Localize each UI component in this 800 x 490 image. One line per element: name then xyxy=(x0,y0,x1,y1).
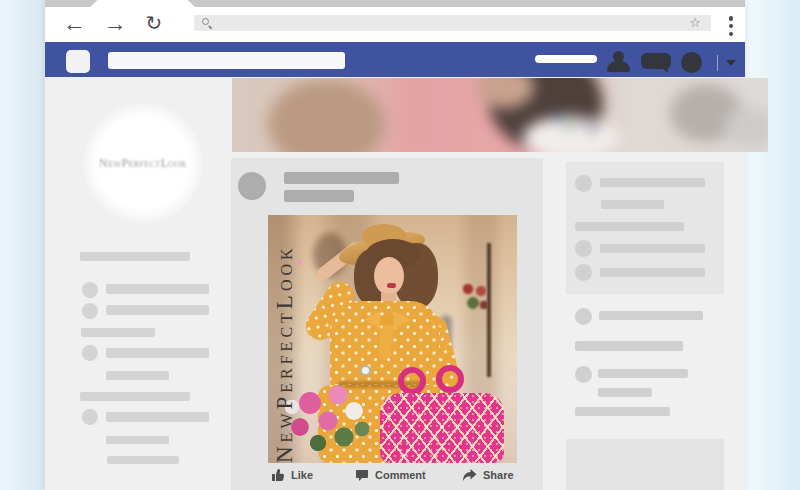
bag-handle xyxy=(398,367,426,395)
refresh-icon[interactable]: ↻ xyxy=(139,7,169,42)
pink-bag-shape xyxy=(380,393,504,463)
comment-button[interactable]: Comment xyxy=(355,466,426,484)
rail-placeholder-dot xyxy=(575,175,592,192)
screenshot-stage: ← → ↻ ☆ xyxy=(0,0,800,490)
chat-tail xyxy=(661,67,668,73)
comment-icon xyxy=(355,468,369,482)
like-icon xyxy=(271,468,285,482)
post-author-placeholder xyxy=(284,172,399,184)
menu-dot xyxy=(729,16,734,21)
profile-logo-circle[interactable]: NewPerfectLook xyxy=(83,103,203,223)
sidebar-placeholder-line xyxy=(80,392,190,401)
comment-label: Comment xyxy=(375,469,426,481)
back-icon[interactable]: ← xyxy=(59,7,89,42)
face-shape xyxy=(374,257,404,295)
rail-placeholder-line xyxy=(600,268,705,277)
browser-tab-strip xyxy=(45,0,745,7)
cover-photo-art xyxy=(232,78,768,152)
rail-placeholder-line xyxy=(600,178,705,187)
photo-brand-text: NewPerfectLook xyxy=(268,215,302,463)
caret-down-icon[interactable] xyxy=(726,60,736,66)
sidebar-placeholder-line xyxy=(106,348,209,358)
bag-handle xyxy=(436,365,464,393)
like-label: Like xyxy=(291,469,313,481)
header-search-input[interactable] xyxy=(108,52,345,69)
sidebar-placeholder-line xyxy=(80,252,190,261)
wrist-watch-shape xyxy=(360,365,371,376)
flower-basket-shape xyxy=(459,281,491,313)
necklace-bead xyxy=(589,124,597,132)
rail-placeholder-line xyxy=(575,222,684,231)
rail-placeholder-dot xyxy=(575,264,592,281)
share-label: Share xyxy=(483,469,514,481)
necklace-bead xyxy=(566,122,574,130)
cover-photo[interactable] xyxy=(232,78,768,152)
sidebar-placeholder-line xyxy=(106,436,169,444)
rail-placeholder-dot xyxy=(575,366,592,383)
rail-placeholder-line xyxy=(598,369,688,378)
sidebar-placeholder-line xyxy=(106,305,209,315)
sidebar-placeholder-line xyxy=(107,456,179,464)
rail-placeholder-line xyxy=(601,200,664,209)
dress-bow xyxy=(394,311,410,329)
like-button[interactable]: Like xyxy=(271,466,313,484)
menu-dot xyxy=(729,24,734,29)
sidebar-placeholder-line xyxy=(106,284,209,294)
sidebar-placeholder-dot xyxy=(82,409,98,425)
active-tab[interactable] xyxy=(90,0,195,7)
rail-placeholder-line xyxy=(599,311,703,320)
post-photo[interactable]: NewPerfectLook ♥ xyxy=(268,215,517,463)
rail-placeholder-dot xyxy=(575,308,592,325)
post-avatar[interactable] xyxy=(238,172,266,200)
heart-accent-icon: ♥ xyxy=(297,257,303,268)
notifications-icon[interactable] xyxy=(681,52,702,73)
facebook-header xyxy=(45,42,745,77)
post-card: NewPerfectLook ♥ Like Comment xyxy=(231,158,543,490)
dress-bow xyxy=(364,311,380,329)
right-rail-card xyxy=(566,162,724,294)
person-icon[interactable] xyxy=(606,51,631,72)
sidebar-placeholder-line xyxy=(81,328,155,337)
address-bar[interactable]: ☆ xyxy=(194,15,711,31)
person-body xyxy=(607,61,630,72)
sidebar-placeholder-dot xyxy=(82,303,98,319)
rail-placeholder-line xyxy=(600,244,705,253)
sidebar-placeholder-line xyxy=(106,371,169,380)
browser-toolbar: ← → ↻ ☆ xyxy=(45,7,745,42)
sidebar-placeholder-line xyxy=(106,412,209,422)
app-logo[interactable] xyxy=(66,50,90,73)
necklace-bead xyxy=(578,116,586,124)
menu-dot xyxy=(729,32,734,37)
lips-shape xyxy=(387,283,396,288)
profile-name-placeholder xyxy=(535,55,597,63)
browser-window: ← → ↻ ☆ xyxy=(45,0,745,490)
rail-placeholder-line xyxy=(575,341,683,351)
sidebar-placeholder-dot xyxy=(82,345,98,361)
profile-logo-text: NewPerfectLook xyxy=(99,156,187,171)
necklace-bead xyxy=(554,114,562,122)
rail-placeholder-line xyxy=(575,407,670,416)
desktop-background-right xyxy=(745,0,800,490)
share-icon xyxy=(462,468,477,482)
post-meta-placeholder xyxy=(284,190,354,202)
share-button[interactable]: Share xyxy=(462,466,514,484)
desktop-background-left xyxy=(0,0,45,490)
right-rail-ad-box xyxy=(566,439,724,490)
header-divider xyxy=(717,55,718,71)
cover-blur-blob xyxy=(724,108,768,148)
bookmark-star-icon[interactable]: ☆ xyxy=(689,15,701,31)
search-lens xyxy=(202,18,209,25)
rail-placeholder-dot xyxy=(575,240,592,257)
forward-icon[interactable]: → xyxy=(100,7,130,42)
messenger-icon[interactable] xyxy=(641,53,671,69)
search-icon xyxy=(202,18,211,27)
browser-menu-icon[interactable] xyxy=(727,16,735,36)
page-content: NewPerfectLook xyxy=(45,77,745,490)
rail-placeholder-line xyxy=(598,388,652,397)
sidebar-placeholder-dot xyxy=(82,282,98,298)
search-handle xyxy=(208,25,212,29)
